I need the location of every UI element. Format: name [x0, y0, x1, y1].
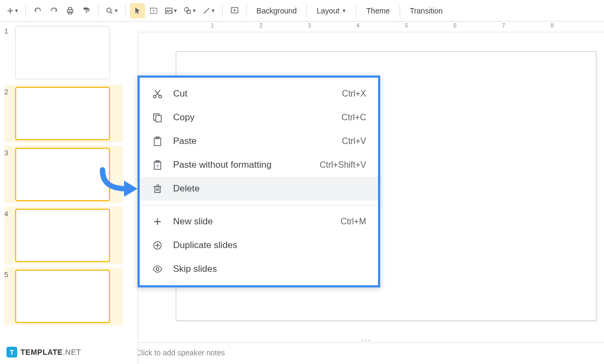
menu-cut[interactable]: Cut Ctrl+X	[140, 82, 378, 106]
menu-paste[interactable]: Paste Ctrl+V	[140, 129, 378, 153]
ruler-horizontal: 1 2 3 4 5 6 7 8	[138, 22, 604, 32]
svg-point-22	[156, 268, 159, 271]
slide-number: 4	[4, 209, 15, 218]
menu-label: Cut	[173, 88, 332, 99]
print-icon	[66, 6, 74, 15]
chevron-down-icon: ▼	[192, 8, 197, 13]
image-button[interactable]: ▼	[162, 3, 180, 18]
toolbar-separator	[246, 4, 247, 17]
chevron-down-icon: ▼	[114, 8, 119, 13]
theme-button[interactable]: Theme	[361, 3, 395, 18]
redo-button[interactable]	[46, 3, 61, 18]
svg-rect-2	[68, 12, 72, 14]
svg-point-12	[154, 95, 156, 98]
line-icon	[202, 6, 211, 15]
ruler-mark: 7	[502, 23, 505, 29]
copy-icon	[152, 112, 163, 123]
textbox-icon: T	[149, 6, 158, 15]
slide-thumb	[15, 209, 110, 262]
ruler-mark: 5	[405, 23, 408, 29]
ruler-mark: 3	[308, 23, 311, 29]
paint-format-icon	[82, 6, 91, 15]
zoom-button[interactable]: ▼	[103, 3, 121, 18]
menu-label: Paste	[173, 136, 332, 147]
slide-number: 3	[4, 148, 15, 157]
menu-shortcut: Ctrl+M	[340, 217, 366, 226]
slide-number: 5	[4, 270, 15, 279]
new-slide-button[interactable]: ▼	[4, 3, 21, 18]
menu-label: Copy	[173, 112, 332, 123]
ruler-mark: 4	[356, 23, 360, 29]
textbox-button[interactable]: T	[146, 3, 161, 18]
ruler-mark: 1	[211, 23, 214, 29]
ruler-mark: 6	[454, 23, 457, 29]
image-icon	[164, 6, 173, 15]
cut-icon	[152, 88, 163, 100]
svg-point-9	[184, 8, 189, 12]
menu-duplicate-slides[interactable]: Duplicate slides	[140, 233, 378, 257]
select-tool-button[interactable]	[130, 3, 145, 18]
undo-button[interactable]	[30, 3, 45, 18]
template-text: TEMPLATE.NET	[20, 348, 81, 356]
toolbar-separator	[98, 4, 99, 17]
toolbar-separator	[356, 4, 356, 17]
background-button[interactable]: Background	[251, 3, 303, 18]
transition-button[interactable]: Transition	[404, 3, 448, 18]
menu-shortcut: Ctrl+V	[342, 136, 366, 146]
slide-thumb	[15, 148, 110, 201]
ruler-mark: 2	[259, 23, 263, 29]
template-icon: T	[6, 347, 17, 358]
menu-copy[interactable]: Copy Ctrl+C	[140, 106, 378, 129]
chevron-down-icon: ▼	[14, 8, 19, 13]
toolbar: ▼ ▼ T ▼ ▼ ▼ Background Layout▼ The	[0, 0, 604, 22]
plus-icon	[152, 216, 163, 228]
resize-dots-icon	[362, 340, 370, 341]
paste-icon	[152, 135, 163, 147]
svg-rect-1	[68, 8, 72, 10]
menu-label: Paste without formatting	[173, 160, 310, 170]
cursor-icon	[133, 6, 142, 15]
line-button[interactable]: ▼	[200, 3, 218, 18]
layout-button[interactable]: Layout▼	[311, 3, 352, 18]
slide-thumbnail-4[interactable]: 4	[4, 207, 123, 264]
delete-icon	[152, 183, 163, 195]
chevron-down-icon: ▼	[341, 8, 346, 13]
menu-delete[interactable]: Delete	[140, 177, 378, 201]
speaker-notes[interactable]: Click to add speaker notes	[127, 342, 604, 364]
print-button[interactable]	[63, 3, 78, 18]
slide-thumb	[15, 270, 110, 323]
resize-handle[interactable]	[127, 338, 604, 342]
menu-label: Duplicate slides	[173, 240, 366, 251]
menu-separator	[140, 205, 378, 205]
context-menu: Cut Ctrl+X Copy Ctrl+C Paste Ctrl+V Past…	[138, 75, 380, 287]
menu-label: Skip slides	[173, 264, 366, 274]
undo-icon	[33, 6, 42, 15]
comment-button[interactable]	[227, 3, 242, 18]
menu-skip-slides[interactable]: Skip slides	[140, 257, 378, 281]
menu-label: New slide	[173, 216, 331, 227]
slide-number: 2	[4, 87, 15, 96]
svg-point-4	[107, 8, 111, 12]
template-suffix: .NET	[63, 348, 81, 356]
paint-format-button[interactable]	[79, 3, 94, 18]
menu-paste-without-formatting[interactable]: Paste without formatting Ctrl+Shift+V	[140, 153, 378, 177]
svg-rect-7	[166, 8, 172, 13]
svg-rect-15	[156, 115, 161, 122]
chevron-down-icon: ▼	[173, 8, 178, 13]
arrow-icon	[97, 167, 140, 200]
shape-icon	[183, 6, 192, 15]
chevron-down-icon: ▼	[211, 8, 216, 13]
svg-rect-16	[154, 138, 161, 146]
slide-thumb	[15, 26, 110, 79]
slide-thumbnail-2[interactable]: 2	[4, 85, 123, 142]
slide-thumbnail-1[interactable]: 1	[4, 26, 123, 79]
eye-icon	[152, 263, 163, 275]
menu-shortcut: Ctrl+Shift+V	[320, 160, 366, 170]
menu-label: Delete	[173, 183, 356, 194]
zoom-icon	[105, 6, 114, 15]
template-badge[interactable]: T TEMPLATE.NET	[4, 340, 123, 364]
shape-button[interactable]: ▼	[181, 3, 199, 18]
redo-icon	[50, 6, 58, 15]
slide-thumbnail-5[interactable]: 5	[4, 267, 123, 325]
menu-new-slide[interactable]: New slide Ctrl+M	[140, 210, 378, 233]
